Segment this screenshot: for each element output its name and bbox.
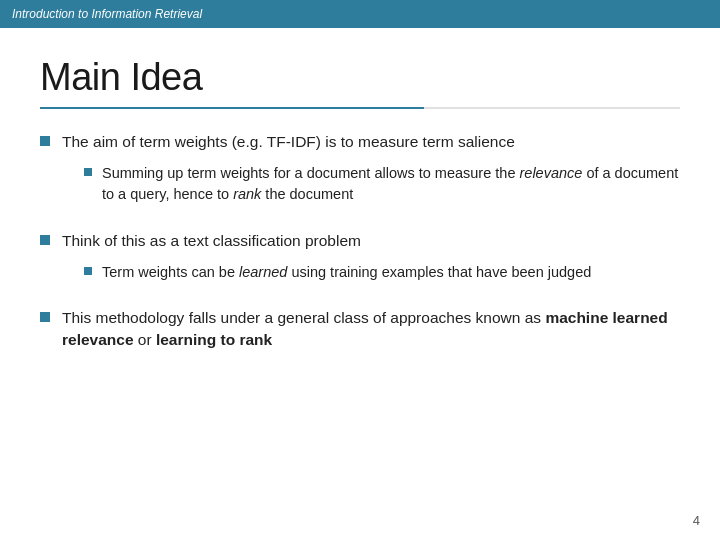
slide-title: Main Idea	[40, 56, 680, 99]
bullet-item-1: The aim of term weights (e.g. TF-IDF) is…	[40, 131, 680, 216]
bullet-marker-3	[40, 312, 50, 322]
sub-bullet-text-2-1: Term weights can be learned using traini…	[102, 262, 680, 283]
title-divider	[40, 107, 680, 109]
sub-bullet-marker-1-1	[84, 168, 92, 176]
bullet-2-text: Think of this as a text classification p…	[62, 232, 361, 249]
bullet-text-2: Think of this as a text classification p…	[62, 230, 680, 293]
header-title: Introduction to Information Retrieval	[12, 7, 202, 21]
bullet-1-text: The aim of term weights (e.g. TF-IDF) is…	[62, 133, 515, 150]
sub-bullet-item-2-1: Term weights can be learned using traini…	[62, 262, 680, 283]
slide-content: Main Idea The aim of term weights (e.g. …	[0, 28, 720, 386]
bullet-marker-2	[40, 235, 50, 245]
sub-bullet-list-1: Summing up term weights for a document a…	[62, 163, 680, 205]
bullet-marker-1	[40, 136, 50, 146]
sub-bullet-item-1-1: Summing up term weights for a document a…	[62, 163, 680, 205]
sub-bullet-text-1-1: Summing up term weights for a document a…	[102, 163, 680, 205]
bullet-item-2: Think of this as a text classification p…	[40, 230, 680, 293]
page-number: 4	[693, 513, 700, 528]
header-bar: Introduction to Information Retrieval	[0, 0, 720, 28]
sub-bullet-marker-2-1	[84, 267, 92, 275]
bullet-text-3: This methodology falls under a general c…	[62, 307, 680, 352]
bullet-3-text: This methodology falls under a general c…	[62, 309, 668, 348]
main-bullet-list: The aim of term weights (e.g. TF-IDF) is…	[40, 131, 680, 352]
bullet-item-3: This methodology falls under a general c…	[40, 307, 680, 352]
sub-bullet-list-2: Term weights can be learned using traini…	[62, 262, 680, 283]
bullet-text-1: The aim of term weights (e.g. TF-IDF) is…	[62, 131, 680, 216]
